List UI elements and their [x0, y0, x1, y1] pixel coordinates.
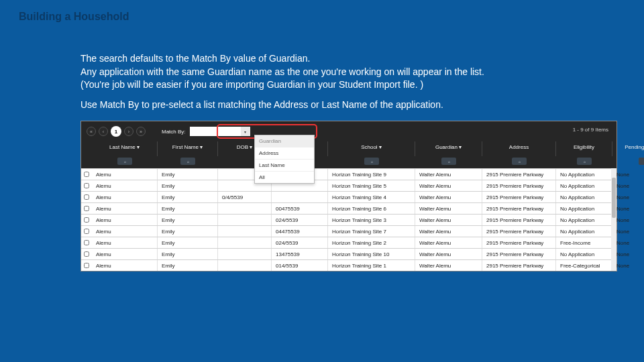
pager-prev-icon[interactable]: ‹	[99, 127, 108, 136]
pager-current: 1	[111, 126, 121, 137]
cell-dob	[218, 203, 272, 214]
cell-eligibility: No Application	[556, 192, 612, 202]
table-row[interactable]: AlemuEmily04475539Horizon Training Site …	[81, 225, 616, 237]
table-row[interactable]: AlemuEmily0/4/5539Horizon Training Site …	[81, 191, 616, 202]
filter-lastname[interactable]: ⌕	[117, 158, 132, 165]
table-row[interactable]: AlemuEmily014/5539Horizon Training Site …	[81, 259, 616, 271]
col-school[interactable]: School ▾	[328, 141, 415, 156]
cell-dob	[218, 237, 272, 248]
col-pending[interactable]: Pending Eligibility	[612, 141, 644, 156]
chevron-down-icon[interactable]: ▾	[241, 127, 250, 136]
cell-pending: None	[612, 215, 644, 225]
cell-address: 2915 Premiere Parkway	[482, 180, 556, 191]
row-checkbox[interactable]	[81, 237, 92, 248]
cell-firstname: Emily	[158, 226, 218, 237]
cell-school: Horizon Training Site 9	[328, 169, 415, 180]
table-row[interactable]: AlemuEmily024/5539Horizon Training Site …	[81, 237, 616, 248]
filter-guardian[interactable]: ⌕	[441, 158, 456, 165]
cell-pending: None	[612, 203, 644, 214]
cell-firstname: Emily	[158, 260, 218, 271]
dropdown-opt-all[interactable]: All	[255, 171, 314, 183]
col-lastname[interactable]: Last Name ▾	[92, 141, 158, 156]
table-body: AlemuEmilyHorizon Training Site 9Walter …	[81, 168, 616, 271]
cell-eligibility: No Application	[556, 169, 612, 180]
cell-address: 2915 Premiere Parkway	[482, 260, 556, 271]
cell-lastname: Alemu	[92, 249, 158, 259]
table-header-row: Last Name ▾ First Name ▾ DOB ▾ Student I…	[81, 141, 616, 156]
col-eligibility[interactable]: Eligibility	[556, 141, 612, 156]
cell-pending: None	[612, 226, 644, 237]
table-filter-row: ⌕ ⌕ ⌕ ⌕ ⌕ ⌕ ⌕ ⌕	[81, 156, 616, 168]
row-checkbox[interactable]	[81, 192, 92, 202]
cell-eligibility: No Application	[556, 226, 612, 237]
row-checkbox[interactable]	[81, 249, 92, 259]
cell-firstname: Emily	[158, 169, 218, 180]
content-block: The search defaults to the Match By valu…	[80, 52, 604, 272]
cell-firstname: Emily	[158, 203, 218, 214]
table-row[interactable]: AlemuEmily13475539Horizon Training Site …	[81, 248, 616, 259]
cell-guardian: Walter Alemu	[415, 192, 482, 202]
col-firstname[interactable]: First Name ▾	[158, 141, 218, 156]
paragraph-1: The search defaults to the Match By valu…	[80, 52, 604, 92]
row-checkbox[interactable]	[81, 180, 92, 191]
embedded-screenshot: « ‹ 1 › » Match By: ▾ 1 - 9 of 9 Items G…	[80, 121, 617, 272]
search-icon: ⌕	[124, 160, 126, 164]
row-checkbox[interactable]	[81, 203, 92, 214]
scrollbar-thumb[interactable]	[612, 178, 616, 218]
cell-school: Horizon Training Site 7	[328, 226, 415, 237]
filter-address[interactable]: ⌕	[512, 158, 527, 165]
cell-guardian: Walter Alemu	[415, 237, 482, 248]
filter-school[interactable]: ⌕	[364, 158, 379, 165]
col-guardian[interactable]: Guardian ▾	[415, 141, 482, 156]
cell-firstname: Emily	[158, 237, 218, 248]
cell-guardian: Walter Alemu	[415, 169, 482, 180]
cell-eligibility: No Application	[556, 215, 612, 225]
cell-dob	[218, 260, 272, 271]
dropdown-opt-guardian[interactable]: Guardian	[255, 135, 314, 147]
dropdown-opt-address[interactable]: Address	[255, 147, 314, 159]
row-checkbox[interactable]	[81, 169, 92, 180]
dropdown-opt-lastname[interactable]: Last Name	[255, 159, 314, 171]
para1-line3: (You're job will be easier if you are im…	[80, 79, 423, 90]
cell-firstname: Emily	[158, 215, 218, 225]
scrollbar[interactable]	[611, 168, 616, 271]
cell-sid: 014/5539	[272, 260, 328, 271]
table-row[interactable]: AlemuEmily024/5539Horizon Training Site …	[81, 214, 616, 225]
cell-address: 2915 Premiere Parkway	[482, 215, 556, 225]
cell-school: Horizon Training Site 6	[328, 203, 415, 214]
cell-guardian: Walter Alemu	[415, 260, 482, 271]
row-checkbox[interactable]	[81, 226, 92, 237]
cell-school: Horizon Training Site 4	[328, 192, 415, 202]
cell-eligibility: No Application	[556, 180, 612, 191]
filter-pending[interactable]: ⌕	[639, 158, 644, 165]
cell-guardian: Walter Alemu	[415, 180, 482, 191]
para1-line2: Any application with the same Guardian n…	[80, 66, 484, 77]
cell-lastname: Alemu	[92, 192, 158, 202]
cell-firstname: Emily	[158, 192, 218, 202]
table-row[interactable]: AlemuEmilyHorizon Training Site 5Walter …	[81, 180, 616, 191]
matchby-dropdown[interactable]: Guardian Address Last Name All	[254, 135, 315, 184]
cell-lastname: Alemu	[92, 226, 158, 237]
cell-eligibility: No Application	[556, 249, 612, 259]
pager-first-icon[interactable]: «	[87, 127, 96, 136]
search-icon: ⌕	[187, 160, 189, 164]
cell-lastname: Alemu	[92, 215, 158, 225]
pager-next-icon[interactable]: ›	[124, 127, 133, 136]
col-address[interactable]: Address	[482, 141, 556, 156]
row-checkbox[interactable]	[81, 215, 92, 225]
search-icon: ⌕	[371, 160, 373, 164]
filter-eligibility[interactable]: ⌕	[577, 158, 592, 165]
cell-pending: None	[612, 249, 644, 259]
table-row[interactable]: AlemuEmily00475539Horizon Training Site …	[81, 202, 616, 214]
cell-sid: 04475539	[272, 226, 328, 237]
matchby-select[interactable]: ▾	[190, 127, 250, 136]
row-checkbox[interactable]	[81, 260, 92, 271]
filter-firstname[interactable]: ⌕	[180, 158, 195, 165]
table-row[interactable]: AlemuEmilyHorizon Training Site 9Walter …	[81, 168, 616, 180]
cell-guardian: Walter Alemu	[415, 226, 482, 237]
cell-address: 2915 Premiere Parkway	[482, 249, 556, 259]
cell-school: Horizon Training Site 5	[328, 180, 415, 191]
para1-line1: The search defaults to the Match By valu…	[80, 53, 310, 64]
pager-last-icon[interactable]: »	[136, 127, 146, 136]
cell-pending: None	[612, 169, 644, 180]
